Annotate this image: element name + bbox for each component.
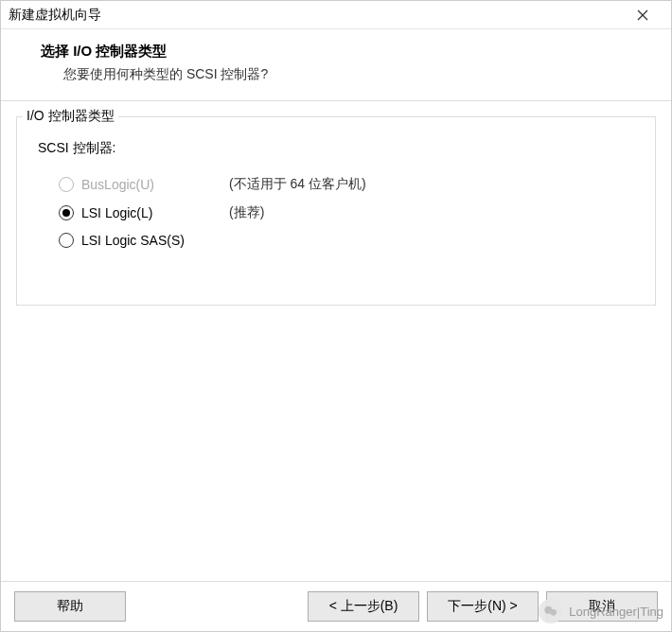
radio-buslogic [59,177,74,192]
close-button[interactable] [624,5,662,26]
window-title: 新建虚拟机向导 [9,7,101,24]
fieldset-legend: I/O 控制器类型 [23,108,118,125]
radio-label-buslogic: BusLogic(U) [81,177,204,192]
radio-hint-buslogic: (不适用于 64 位客户机) [229,176,366,193]
radio-lsilogicsas[interactable] [59,233,74,248]
radio-row-buslogic: BusLogic(U) (不适用于 64 位客户机) [32,170,640,199]
titlebar: 新建虚拟机向导 [1,1,671,29]
back-button[interactable]: < 上一步(B) [308,591,419,622]
next-button[interactable]: 下一步(N) > [427,591,539,622]
radio-hint-lsilogic: (推荐) [229,204,264,221]
radio-lsilogic[interactable] [59,205,74,220]
wizard-header: 选择 I/O 控制器类型 您要使用何种类型的 SCSI 控制器? [1,29,671,101]
page-subtitle: 您要使用何种类型的 SCSI 控制器? [41,66,656,83]
cancel-button[interactable]: 取消 [546,591,658,622]
content-area: I/O 控制器类型 SCSI 控制器: BusLogic(U) (不适用于 64… [1,101,671,581]
radio-label-lsilogic: LSI Logic(L) [81,205,204,220]
wizard-window: 新建虚拟机向导 选择 I/O 控制器类型 您要使用何种类型的 SCSI 控制器?… [0,0,672,632]
io-controller-fieldset: I/O 控制器类型 SCSI 控制器: BusLogic(U) (不适用于 64… [16,116,656,306]
page-title: 选择 I/O 控制器类型 [41,43,656,61]
radio-row-lsilogicsas[interactable]: LSI Logic SAS(S) [32,227,640,254]
radio-label-lsilogicsas: LSI Logic SAS(S) [81,233,204,248]
scsi-controller-label: SCSI 控制器: [38,140,640,157]
wizard-footer: 帮助 < 上一步(B) 下一步(N) > 取消 [1,581,671,631]
radio-row-lsilogic[interactable]: LSI Logic(L) (推荐) [32,199,640,227]
close-icon [637,9,648,21]
help-button[interactable]: 帮助 [14,591,126,622]
